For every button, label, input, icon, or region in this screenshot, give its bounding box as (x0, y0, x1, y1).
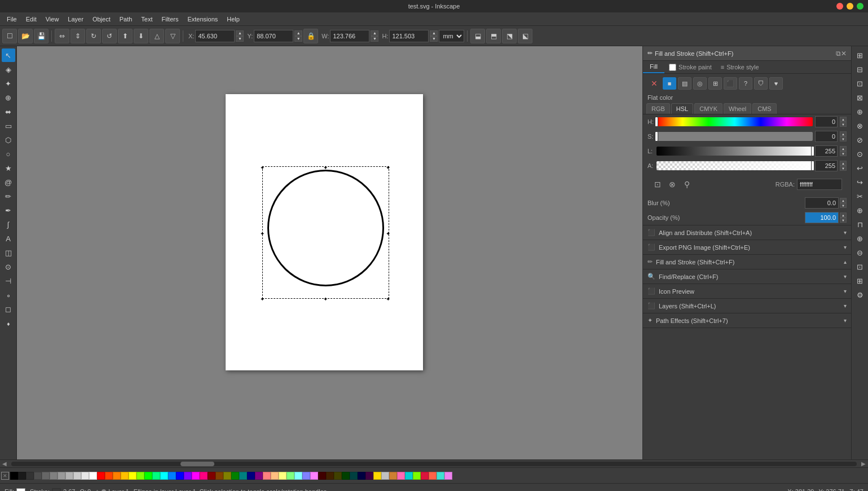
palette-color[interactable] (58, 472, 65, 480)
a-spin-down[interactable]: ▼ (840, 166, 847, 171)
h-spin-down[interactable]: ▼ (840, 122, 847, 127)
snap7-btn[interactable]: ⊙ (853, 147, 867, 161)
palette-color[interactable] (437, 472, 444, 480)
panel-export-png[interactable]: ⬛ Export PNG Image (Shift+Ctrl+E) ▾ (643, 240, 851, 255)
handle-bot-left[interactable] (260, 295, 266, 301)
panel-path-effects[interactable]: ✦ Path Effects (Shift+Ctrl+7) ▾ (643, 313, 851, 328)
l-spin-up[interactable]: ▲ (840, 146, 847, 151)
menu-edit[interactable]: Edit (21, 15, 41, 24)
close-btn[interactable] (836, 3, 843, 10)
color-managed-icon[interactable]: ⊡ (652, 179, 663, 190)
paint-server-btn[interactable]: ⛉ (754, 77, 768, 90)
snap3-btn[interactable]: ⊠ (853, 91, 867, 104)
fill-swatch[interactable] (16, 488, 25, 492)
radial-grad-btn[interactable]: ◎ (693, 77, 707, 90)
tool-paintbucket[interactable]: ⬧ (2, 316, 15, 330)
tab-stroke-style[interactable]: ≡ Stroke style (716, 61, 764, 73)
palette-color[interactable] (302, 472, 310, 480)
palette-color[interactable] (121, 472, 129, 480)
tab-fill[interactable]: Fill (643, 61, 664, 73)
handle-bot-right[interactable] (386, 295, 391, 301)
palette-color[interactable] (247, 472, 255, 480)
h-value[interactable] (815, 116, 838, 127)
menu-path[interactable]: Path (115, 15, 137, 24)
color-circle-icon[interactable]: ⊗ (667, 179, 678, 190)
h-slider[interactable] (656, 117, 813, 126)
tool-gradient[interactable]: ◫ (2, 246, 15, 259)
palette-color[interactable] (97, 472, 105, 480)
a-spin-up[interactable]: ▲ (840, 161, 847, 166)
l-thumb[interactable] (811, 146, 814, 156)
panel-icon-preview[interactable]: ⬛ Icon Preview ▾ (643, 284, 851, 299)
tool-eraser[interactable]: ◻ (2, 302, 15, 316)
palette-color[interactable] (208, 472, 215, 480)
tool-node[interactable]: ◈ (2, 63, 15, 76)
blur-input[interactable] (805, 197, 839, 209)
bottom-button[interactable]: ⬇ (134, 29, 148, 43)
align1-button[interactable]: ⬓ (470, 29, 485, 43)
h-spin-up[interactable]: ▲ (840, 117, 847, 122)
no-paint-btn[interactable]: ✕ (647, 77, 661, 90)
palette-color[interactable] (365, 472, 373, 480)
panel-close-btn[interactable]: ✕ (841, 50, 847, 57)
canvas-area[interactable] (17, 46, 642, 459)
heart-btn[interactable]: ♥ (769, 77, 783, 90)
tool-text[interactable]: A (2, 232, 15, 245)
new-button[interactable]: ☐ (2, 29, 17, 43)
h-thumb[interactable] (655, 117, 658, 127)
palette-color[interactable] (239, 472, 247, 480)
palette-color[interactable] (231, 472, 239, 480)
stroke-swatch[interactable] (52, 488, 61, 492)
palette-color[interactable] (34, 472, 42, 480)
tool-rectangle[interactable]: ▭ (2, 119, 15, 132)
handle-mid-right[interactable] (386, 230, 391, 236)
maximize-btn[interactable] (857, 3, 863, 10)
top-button[interactable]: ⬆ (118, 29, 133, 43)
h-input[interactable] (389, 30, 429, 42)
palette-color[interactable] (215, 472, 223, 480)
menu-help[interactable]: Help (222, 15, 244, 24)
palette-color[interactable] (168, 472, 176, 480)
y-spin-up[interactable]: ▲ (294, 30, 302, 36)
snap1-btn[interactable]: ⊟ (853, 63, 867, 76)
redo-btn[interactable]: ↪ (853, 175, 867, 189)
scroll-track[interactable] (11, 462, 857, 466)
swatch-btn[interactable]: ⬛ (724, 77, 737, 90)
settings-btn[interactable]: ⚙ (853, 288, 867, 302)
a-slider[interactable] (656, 161, 813, 170)
handle-mid-left[interactable] (260, 230, 266, 236)
flip-v-button[interactable]: ⇕ (71, 29, 85, 43)
palette-color[interactable] (287, 472, 294, 480)
palette-color[interactable] (255, 472, 263, 480)
lock-aspect-button[interactable]: 🔒 (303, 29, 318, 43)
l-value[interactable] (815, 145, 838, 157)
cut-btn[interactable]: ✂ (853, 189, 867, 203)
tool-spray[interactable]: ∘ (2, 288, 15, 302)
panel-align-distribute[interactable]: ⬛ Align and Distribute (Shift+Ctrl+A) ▾ (643, 225, 851, 240)
copy-btn[interactable]: ⊕ (853, 204, 867, 217)
tab-stroke-paint[interactable]: Stroke paint (664, 61, 716, 73)
palette-color[interactable] (318, 472, 326, 480)
palette-color[interactable] (184, 472, 192, 480)
s-slider[interactable] (656, 132, 813, 141)
palette-color[interactable] (421, 472, 429, 480)
palette-color[interactable] (144, 472, 152, 480)
palette-color[interactable] (129, 472, 136, 480)
tool-pencil[interactable]: ✏ (2, 189, 15, 203)
palette-color[interactable] (10, 472, 18, 480)
snap6-btn[interactable]: ⊘ (853, 133, 867, 147)
minimize-btn[interactable] (847, 3, 853, 10)
unit-select[interactable]: mm px in cm (439, 30, 464, 42)
paste-btn[interactable]: ⊓ (853, 218, 867, 231)
tool-tweak[interactable]: ✦ (2, 77, 15, 90)
a-value[interactable] (815, 160, 838, 171)
s-thumb[interactable] (655, 131, 658, 141)
tab-wheel[interactable]: Wheel (724, 103, 751, 114)
tool-ellipse[interactable]: ○ (2, 147, 15, 161)
blur-spin-up[interactable]: ▲ (840, 198, 847, 203)
open-button[interactable]: 📂 (18, 29, 33, 43)
scroll-thumb[interactable] (180, 462, 214, 466)
palette-color[interactable] (271, 472, 279, 480)
lower-button[interactable]: ▽ (165, 29, 180, 43)
w-spin-down[interactable]: ▼ (371, 36, 378, 42)
